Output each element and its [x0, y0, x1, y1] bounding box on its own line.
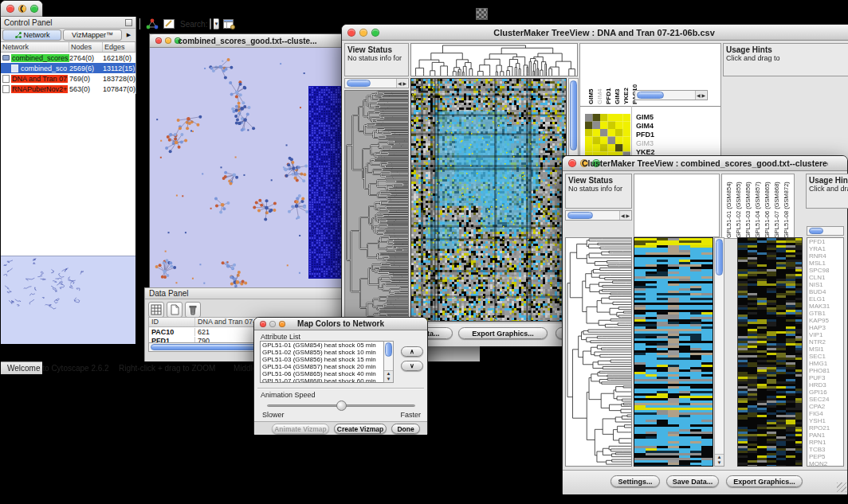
array-column-label[interactable]: GPL51-07 (GSM868) — [772, 175, 782, 238]
search-input[interactable] — [210, 18, 211, 29]
network-canvas[interactable] — [150, 48, 345, 293]
gene-label[interactable]: PEP5 — [807, 453, 843, 460]
gene-row-label[interactable]: GIM4 — [636, 122, 658, 131]
gene-row-label[interactable]: GIM5 — [636, 113, 658, 122]
array-column-label[interactable]: GPL51-04 (GSM857) — [753, 175, 763, 238]
annotation-icon[interactable] — [162, 17, 176, 31]
gene-label[interactable]: SEC24 — [807, 396, 843, 403]
treeview2-button[interactable]: Export Graphics... — [726, 475, 803, 487]
gene-label[interactable]: HMG1 — [807, 360, 843, 367]
gene-label[interactable]: VIP1 — [807, 331, 843, 338]
create-vizmap-button[interactable]: Create Vizmap — [334, 424, 387, 434]
network-view-titlebar[interactable]: combined_scores_good.txt--cluste... — [150, 34, 345, 48]
scrollbar-thumb[interactable] — [716, 239, 723, 275]
gene-column-label[interactable]: PFD1 — [604, 45, 613, 104]
desktop-icon[interactable] — [476, 8, 488, 20]
scrollbar-thumb[interactable] — [567, 212, 593, 219]
network-overview-canvas[interactable] — [1, 256, 143, 344]
cluster-hscrollbar[interactable]: ◀ ▶ — [634, 90, 708, 100]
gene-label[interactable]: HRD3 — [807, 381, 843, 389]
gene-label[interactable]: PAN1 — [807, 432, 843, 439]
gene-column-label[interactable]: GIM4 — [595, 45, 604, 104]
column-dendrogram-panel[interactable] — [410, 43, 578, 76]
scrollbar-thumb[interactable] — [637, 92, 664, 99]
heatmap-canvas[interactable] — [411, 79, 566, 321]
column-header-edges[interactable]: Edges — [103, 42, 135, 52]
animation-speed-slider[interactable] — [267, 404, 415, 407]
close-button[interactable] — [568, 159, 576, 167]
tabs-overflow-arrow[interactable]: ▶ — [124, 32, 134, 38]
dendrogram-hscrollbar[interactable]: ◀ ▶ — [344, 78, 409, 88]
scrollbar-thumb[interactable] — [347, 80, 371, 87]
zoom-button[interactable] — [30, 5, 38, 13]
scrollbar-arrows[interactable]: ▲▼ — [715, 454, 724, 466]
scrollbar-arrows[interactable]: ◀ ▶ — [619, 211, 630, 220]
gene-label[interactable]: SEC1 — [807, 353, 843, 360]
gene-label[interactable]: HAP3 — [807, 324, 843, 331]
gene-label[interactable]: PHO81 — [807, 367, 843, 374]
attribute-list-item[interactable]: GPL51-06 (GSM865) heat shock 40 min — [261, 370, 393, 377]
network-row[interactable]: RNAPuberNov2+ 563(0) 107847(0) — [1, 84, 135, 94]
array-column-label[interactable]: GPL51-06 (GSM865) — [763, 175, 772, 238]
gene-label[interactable]: FIG4 — [807, 410, 843, 417]
close-button[interactable] — [260, 321, 266, 327]
gene-label[interactable]: PUF3 — [807, 374, 843, 381]
gene-label[interactable]: MAK31 — [807, 303, 843, 310]
gene-label[interactable]: GPI16 — [807, 389, 843, 396]
dendrogram-hscrollbar[interactable]: ◀ ▶ — [565, 210, 632, 221]
scrollbar-arrows[interactable]: ◀ ▶ — [396, 79, 407, 88]
gene-column-label[interactable]: GIM3 — [613, 45, 622, 104]
scrollbar-thumb[interactable] — [570, 80, 577, 150]
attribute-list-item[interactable]: GPL51-04 (GSM857) heat shock 20 min — [261, 363, 393, 370]
row-dendrogram-canvas[interactable] — [566, 238, 631, 466]
heatmap-panel[interactable] — [634, 237, 713, 467]
scrollbar-arrows[interactable]: ▲▼ — [384, 370, 393, 382]
treeview1-button[interactable]: Export Graphics... — [458, 327, 548, 339]
row-dendrogram-panel[interactable] — [565, 237, 632, 467]
animate-vizmap-button[interactable]: Animate Vizmap — [272, 424, 329, 434]
resize-grip[interactable] — [837, 483, 846, 492]
treeview1-titlebar[interactable]: ClusterMaker TreeView : DNA and Tran 07-… — [342, 25, 848, 41]
scrollbar-thumb[interactable] — [809, 228, 823, 234]
column-id[interactable]: ID — [149, 318, 195, 326]
network-row[interactable]: combined_sco 2569(6) 13112(15) — [1, 63, 135, 73]
gene-label[interactable]: YSH1 — [807, 417, 843, 424]
scrollbar-thumb[interactable] — [385, 342, 392, 357]
gene-list-scrollbar[interactable] — [807, 226, 844, 236]
gene-label[interactable]: CPA2 — [807, 403, 843, 410]
zoom-heatmap-canvas[interactable] — [738, 238, 802, 466]
row-dendrogram-canvas[interactable] — [345, 91, 408, 321]
gene-label[interactable]: ELG1 — [807, 295, 843, 303]
network-overview-thumbnail[interactable] — [1, 256, 135, 344]
gene-label[interactable]: PFD1 — [807, 238, 843, 245]
attribute-list-item[interactable]: GPL51-02 (GSM855) heat shock 10 min — [261, 349, 393, 356]
slider-thumb[interactable] — [336, 400, 347, 411]
main-titlebar[interactable]: Cytoscape Desktop (Session Name: collins… — [1, 1, 42, 17]
gene-column-label[interactable]: GIM5 — [587, 45, 595, 104]
treeview2-button[interactable]: Settings... — [610, 475, 660, 487]
gene-row-label[interactable]: PFD1 — [636, 131, 658, 139]
dialog-titlebar[interactable]: Map Colors to Network — [254, 318, 427, 330]
heatmap-vscrollbar[interactable]: ▲▼ — [714, 237, 724, 467]
tab-network[interactable]: Network — [2, 29, 61, 41]
gene-label[interactable]: BUD4 — [807, 288, 843, 295]
network-row[interactable]: DNA and Tran 07 769(0) 183728(0) — [1, 73, 135, 84]
vizmap-icon[interactable] — [145, 17, 159, 31]
array-column-label[interactable]: GPL51-03 (GSM856) — [744, 175, 753, 238]
zoom-heatmap-panel[interactable] — [737, 237, 803, 467]
heatmap-canvas[interactable] — [634, 238, 713, 466]
attribute-list-item[interactable]: GPL51-07 (GSM868) heat shock 60 min — [261, 377, 393, 383]
gene-label[interactable]: SPC98 — [807, 267, 843, 274]
select-attributes-icon[interactable] — [148, 302, 164, 318]
column-header-network[interactable]: Network — [1, 42, 69, 52]
gene-label[interactable]: NTR2 — [807, 338, 843, 346]
move-down-button[interactable]: ∨ — [401, 361, 423, 371]
delete-attribute-icon[interactable] — [185, 302, 201, 318]
row-dendrogram-panel[interactable] — [344, 90, 409, 322]
treeview2-button[interactable]: Save Data... — [666, 475, 719, 487]
heatmap-panel[interactable] — [410, 78, 567, 322]
gene-label[interactable]: GTB1 — [807, 310, 843, 317]
search-dropdown-arrow[interactable]: ▼ — [214, 18, 219, 29]
gene-label[interactable]: RPO21 — [807, 424, 843, 432]
attribute-list[interactable]: GPL51-01 (GSM854) heat shock 05 minGPL51… — [260, 341, 394, 383]
